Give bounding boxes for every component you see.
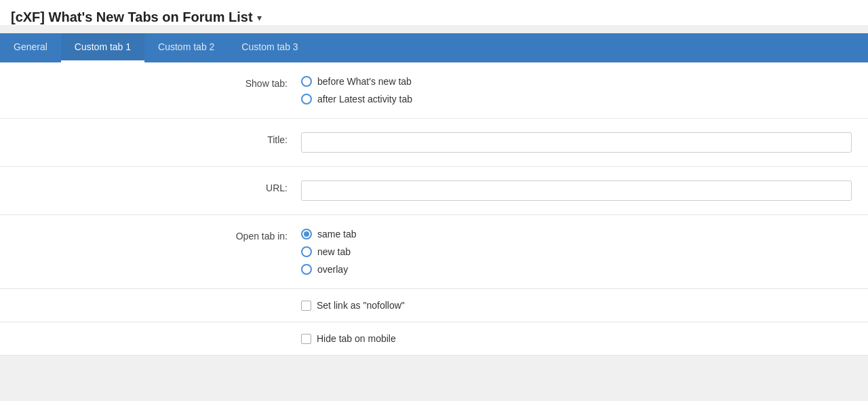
nofollow-checkbox-label: Set link as "nofollow" bbox=[317, 300, 405, 311]
open-new-tab-radio[interactable] bbox=[301, 246, 312, 257]
hide-mobile-checkbox[interactable] bbox=[301, 334, 311, 344]
open-tab-label: Open tab in: bbox=[16, 229, 301, 242]
tab-general[interactable]: General bbox=[0, 33, 61, 62]
page-header: [cXF] What's New Tabs on Forum List ▾ bbox=[0, 0, 868, 25]
hide-mobile-control: Hide tab on mobile bbox=[301, 333, 852, 344]
tab-custom-tab-3[interactable]: Custom tab 3 bbox=[228, 33, 311, 62]
open-tab-control: same tab new tab overlay bbox=[301, 229, 852, 275]
url-input[interactable] bbox=[301, 180, 852, 201]
url-label: URL: bbox=[16, 180, 301, 193]
show-tab-after-radio[interactable] bbox=[301, 94, 312, 104]
hide-mobile-checkbox-item[interactable]: Hide tab on mobile bbox=[301, 333, 852, 344]
title-control bbox=[301, 132, 852, 153]
content-area: Show tab: before What's new tab after La… bbox=[0, 62, 868, 356]
title-row: Title: bbox=[0, 119, 868, 167]
tabs-bar: General Custom tab 1 Custom tab 2 Custom… bbox=[0, 33, 868, 62]
page-title-row: [cXF] What's New Tabs on Forum List ▾ bbox=[11, 9, 857, 25]
show-tab-control: before What's new tab after Latest activ… bbox=[301, 76, 852, 104]
tab-custom-tab-2[interactable]: Custom tab 2 bbox=[144, 33, 228, 62]
nofollow-row: Set link as "nofollow" bbox=[0, 289, 868, 322]
nofollow-control: Set link as "nofollow" bbox=[301, 300, 852, 311]
open-overlay-label: overlay bbox=[317, 264, 348, 275]
url-row: URL: bbox=[0, 167, 868, 215]
open-overlay-radio[interactable] bbox=[301, 264, 312, 275]
tab-custom-tab-1[interactable]: Custom tab 1 bbox=[61, 33, 144, 62]
nofollow-checkbox[interactable] bbox=[301, 301, 311, 311]
open-same-tab-option[interactable]: same tab bbox=[301, 229, 852, 240]
dropdown-arrow-icon[interactable]: ▾ bbox=[257, 12, 262, 23]
nofollow-checkbox-item[interactable]: Set link as "nofollow" bbox=[301, 300, 852, 311]
show-tab-after-label: after Latest activity tab bbox=[317, 94, 412, 104]
open-same-tab-radio[interactable] bbox=[301, 229, 312, 240]
page-title: [cXF] What's New Tabs on Forum List bbox=[11, 9, 253, 25]
open-tab-radio-group: same tab new tab overlay bbox=[301, 229, 852, 275]
show-tab-radio-group: before What's new tab after Latest activ… bbox=[301, 76, 852, 104]
hide-mobile-label-empty bbox=[16, 333, 301, 335]
show-tab-after-option[interactable]: after Latest activity tab bbox=[301, 94, 852, 104]
show-tab-before-label: before What's new tab bbox=[317, 76, 412, 87]
hide-mobile-checkbox-label: Hide tab on mobile bbox=[317, 333, 396, 344]
show-tab-before-radio[interactable] bbox=[301, 76, 312, 87]
open-same-tab-label: same tab bbox=[317, 229, 357, 240]
title-label: Title: bbox=[16, 132, 301, 145]
nofollow-label-empty bbox=[16, 300, 301, 302]
open-new-tab-option[interactable]: new tab bbox=[301, 246, 852, 257]
open-tab-row: Open tab in: same tab new tab overlay bbox=[0, 215, 868, 289]
open-new-tab-label: new tab bbox=[317, 246, 351, 257]
show-tab-label: Show tab: bbox=[16, 76, 301, 89]
hide-mobile-row: Hide tab on mobile bbox=[0, 322, 868, 356]
show-tab-before-option[interactable]: before What's new tab bbox=[301, 76, 852, 87]
title-input[interactable] bbox=[301, 132, 852, 153]
url-control bbox=[301, 180, 852, 201]
open-overlay-option[interactable]: overlay bbox=[301, 264, 852, 275]
show-tab-row: Show tab: before What's new tab after La… bbox=[0, 62, 868, 119]
